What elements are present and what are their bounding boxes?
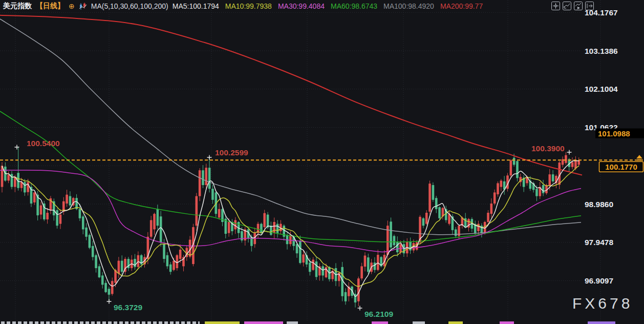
ma-legend: MA5:100.1794MA10:99.7938MA30:99.4084MA60… [173,2,489,10]
candle-body [108,289,111,295]
ma-line-ma5 [2,160,579,296]
candle-body [325,267,328,277]
extreme-price-label: 96.2109 [364,310,393,318]
candle-body [24,182,26,192]
y-axis: 104.1767103.1386102.1004101.062298.98609… [585,8,644,285]
candle-body [176,255,179,268]
candle-body [312,259,314,270]
candle-body [558,163,561,185]
candle-body [432,185,435,200]
candle-body [27,182,29,192]
last-price-label: 100.1770 [605,163,637,171]
candle-body [497,183,499,194]
candle-body [393,236,396,245]
candle-body [296,244,298,253]
panel-play-icon[interactable] [574,2,583,10]
candle-body [571,162,574,167]
candle-body [33,192,36,202]
candle-body [211,189,214,200]
candle-body [374,262,376,270]
clipped-text-fragment [372,321,388,324]
extreme-cross-marker [107,299,112,304]
candle-body [360,266,363,278]
chart-canvas[interactable]: 100.5400100.2599100.390096.372996.210910… [0,0,644,324]
candle-body [160,216,162,242]
candle-body [166,255,169,267]
clipped-text-fragment [1,321,200,324]
panel-chart-icon[interactable] [563,2,571,10]
crosshair-icon[interactable] [551,2,560,10]
candlestick-mini-icon[interactable] [79,3,87,10]
candle-body [477,224,480,231]
candle-body [111,281,114,294]
candle-body [276,224,279,233]
candle-body [260,224,263,233]
candle-body [390,221,392,247]
candle-body [396,242,399,252]
clipped-text-fragment [588,321,615,324]
clipped-text-fragment [205,321,240,324]
candle-body [267,215,269,228]
clipped-text-fragment [244,321,283,324]
y-axis-label: 98.9860 [585,200,613,209]
candle-body [98,266,101,277]
ma-legend-item: MA10:99.7938 [225,2,272,10]
clipped-text-fragment [287,321,298,324]
candle-body [377,255,379,270]
candle-body [56,210,58,226]
candle-body [95,255,97,268]
candle-body [309,262,311,272]
candle-body [137,255,140,267]
candle-body [69,196,72,206]
candle-body [552,174,554,181]
candle-body [542,185,545,193]
extreme-cross-marker [207,155,212,160]
extreme-cross-marker [567,150,572,155]
candle-body [104,283,107,292]
extreme-cross-marker [358,306,362,311]
exit-panel-icon[interactable] [585,2,594,10]
candle-body [270,226,272,235]
candle-body [302,254,305,262]
y-axis-label: 102.1004 [585,85,618,93]
candle-body [455,229,457,236]
candle-body [490,204,493,214]
clipped-text-fragment [448,321,463,324]
candle-body [228,222,230,233]
candle-body [79,209,81,218]
candle-body [153,214,156,229]
candle-body [40,206,42,215]
candle-body [118,261,120,274]
candle-body [493,192,496,204]
clipped-text-fragment [500,321,514,324]
candle-body [321,266,324,275]
candle-body [435,198,438,209]
ma-legend-item: MA60:98.6743 [331,2,377,10]
watermark: FX678 [572,295,633,312]
extreme-price-label: 100.2599 [215,148,248,157]
candle-body [66,195,68,204]
circle-plus-icon[interactable]: ⊕ [69,3,75,10]
candle-body [422,218,425,226]
candle-body [121,261,123,272]
candle-body [513,158,516,165]
candle-body [299,241,302,263]
candle-body [367,257,370,272]
candle-body [565,155,567,163]
y-axis-label: 103.1386 [585,47,618,55]
extreme-price-label: 100.3900 [531,144,565,153]
candle-body [428,184,431,212]
candle-body [218,209,221,218]
candle-body [173,261,175,270]
candle-body [438,207,441,218]
candle-body [163,244,165,259]
extreme-price-label: 100.5400 [27,139,60,148]
candle-body [510,160,512,176]
chart-toolbar [551,2,594,10]
ma-settings-label[interactable]: MA(5,10,30,60,100,200) [91,2,168,10]
candle-body [89,235,91,248]
candlesticks [1,147,580,308]
y-axis-label: 96.9097 [585,276,613,285]
clipped-indicator-row [0,321,644,324]
candle-body [345,292,347,301]
